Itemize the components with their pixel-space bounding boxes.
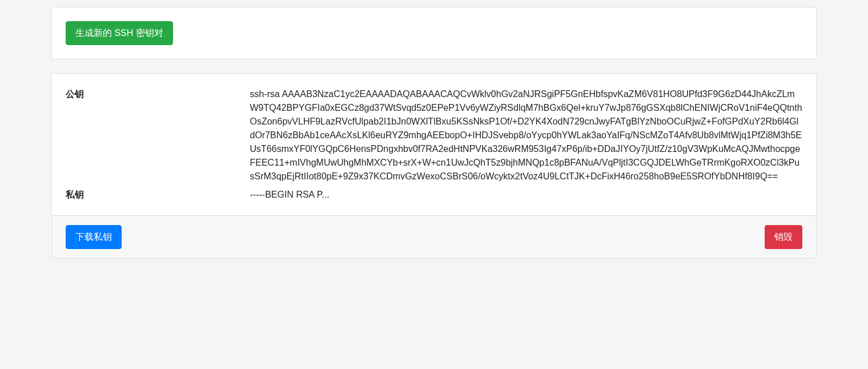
private-key-label: 私钥 <box>66 188 250 202</box>
download-private-key-button[interactable]: 下载私钥 <box>66 225 122 249</box>
private-key-value: -----BEGIN RSA P... <box>250 188 803 202</box>
key-details-card: 公钥 ssh-rsa AAAAB3NzaC1yc2EAAAADAQABAAACA… <box>51 73 817 259</box>
public-key-value: ssh-rsa AAAAB3NzaC1yc2EAAAADAQABAAACAQCv… <box>250 87 803 183</box>
public-key-row: 公钥 ssh-rsa AAAAB3NzaC1yc2EAAAADAQABAAACA… <box>66 87 802 183</box>
card-footer: 下载私钥 销毁 <box>52 215 816 258</box>
generate-ssh-key-button[interactable]: 生成新的 SSH 密钥对 <box>66 21 173 45</box>
destroy-button[interactable]: 销毁 <box>765 225 802 249</box>
public-key-label: 公钥 <box>66 87 250 183</box>
private-key-row: 私钥 -----BEGIN RSA P... <box>66 188 802 202</box>
generate-card: 生成新的 SSH 密钥对 <box>51 7 817 59</box>
